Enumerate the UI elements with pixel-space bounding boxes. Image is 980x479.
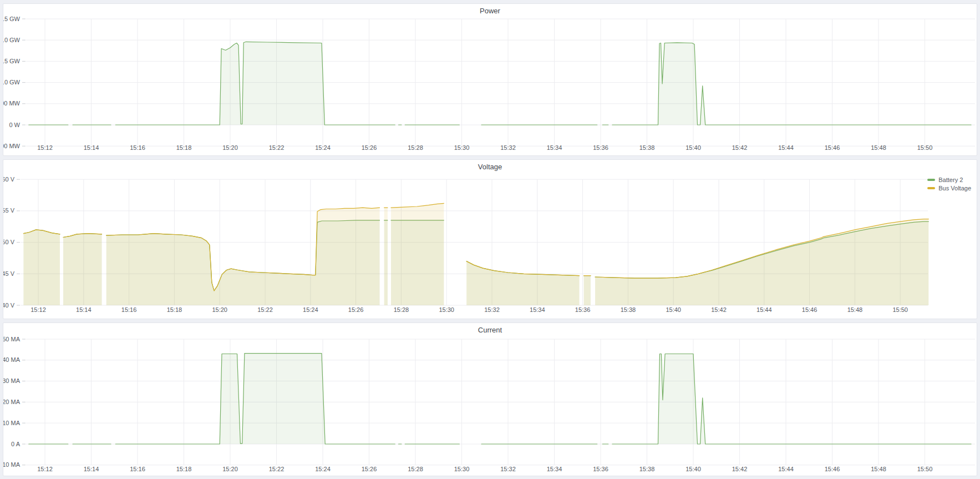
dashboard: Power 2.5 GW2.0 GW1.5 GW1.0 GW500 MW0 W-…	[0, 0, 980, 479]
y-axis-tick-label: 2.0 GW	[3, 37, 21, 43]
x-axis-tick-label: 15:18	[176, 144, 192, 151]
y-axis-tick-label: 30 MA	[3, 377, 21, 384]
axis-tick-labels: 2.5 GW2.0 GW1.5 GW1.0 GW500 MW0 W-500 MW…	[3, 16, 932, 152]
y-axis-tick-label: 0 A	[11, 441, 21, 447]
series-area	[29, 42, 971, 125]
x-axis-tick-label: 15:18	[176, 466, 192, 472]
current-chart-canvas[interactable]: 50 MA40 MA30 MA20 MA10 MA0 A-10 MA15:121…	[3, 323, 977, 476]
x-axis-tick-label: 15:14	[84, 144, 99, 151]
voltage-legend: Battery 2 Bus Voltage	[927, 177, 971, 191]
x-axis-tick-label: 15:50	[917, 144, 933, 151]
y-axis-tick-label: 40 V	[3, 302, 15, 309]
x-axis-tick-label: 15:28	[394, 306, 409, 313]
bus-voltage-series-fill	[63, 234, 102, 305]
x-axis-tick-label: 15:12	[37, 144, 53, 151]
x-axis-tick-label: 15:42	[732, 466, 748, 472]
x-axis-tick-label: 15:20	[222, 144, 238, 151]
bus-voltage-series-fill	[384, 208, 388, 305]
x-axis-tick-label: 15:32	[500, 466, 516, 472]
x-axis-tick-label: 15:24	[315, 466, 331, 472]
x-axis-tick-label: 15:14	[84, 466, 99, 472]
x-axis-tick-label: 15:38	[621, 306, 636, 313]
x-axis-tick-label: 15:24	[303, 306, 318, 313]
x-axis-tick-label: 15:24	[315, 144, 331, 151]
battery-2-series-swatch	[927, 179, 935, 181]
x-axis-tick-label: 15:26	[362, 144, 377, 151]
axis-tick-labels: 50 MA40 MA30 MA20 MA10 MA0 A-10 MA15:121…	[3, 336, 932, 473]
x-axis-tick-label: 15:26	[348, 306, 364, 313]
x-axis-tick-label: 15:34	[530, 306, 545, 313]
current-series-fill	[612, 354, 971, 445]
series-area	[23, 203, 928, 305]
bus-voltage-series-swatch	[927, 187, 935, 189]
x-axis-tick-label: 15:12	[31, 306, 46, 313]
x-axis-tick-label: 15:20	[212, 306, 227, 313]
x-axis-tick-label: 15:22	[269, 466, 285, 472]
x-axis-tick-label: 15:40	[686, 144, 701, 151]
x-axis-tick-label: 15:12	[37, 466, 53, 472]
x-axis-tick-label: 15:44	[778, 144, 794, 151]
bus-voltage-series-fill	[466, 261, 579, 305]
x-axis-tick-label: 15:32	[500, 144, 516, 151]
x-axis-tick-label: 15:30	[454, 466, 470, 472]
y-axis-tick-label: 2.5 GW	[3, 16, 21, 22]
x-axis-tick-label: 15:28	[408, 144, 423, 151]
x-axis-tick-label: 15:36	[593, 466, 608, 472]
x-axis-tick-label: 15:42	[732, 144, 748, 151]
legend-item-battery-2[interactable]: Battery 2	[927, 177, 971, 183]
current-series-fill	[115, 354, 395, 444]
y-axis-tick-label: 45 V	[3, 270, 15, 277]
y-axis-tick-label: 0 W	[9, 122, 20, 128]
x-axis-tick-label: 15:38	[639, 144, 655, 151]
y-axis-tick-label: 60 V	[3, 176, 15, 183]
x-axis-tick-label: 15:16	[130, 144, 145, 151]
x-axis-tick-label: 15:44	[756, 306, 772, 313]
bus-voltage-series-fill	[584, 276, 591, 305]
x-axis-tick-label: 15:20	[222, 466, 238, 472]
x-axis-tick-label: 15:40	[686, 466, 701, 472]
y-axis-tick-label: 20 MA	[3, 399, 21, 405]
x-axis-tick-label: 15:48	[871, 466, 886, 472]
x-axis-tick-label: 15:16	[130, 466, 145, 472]
series-area	[29, 354, 971, 444]
bus-voltage-series-fill	[391, 203, 444, 305]
x-axis-tick-label: 15:22	[257, 306, 273, 313]
x-axis-tick-label: 15:50	[892, 306, 908, 313]
power-series-fill	[612, 43, 971, 125]
x-axis-tick-label: 15:48	[847, 306, 863, 313]
voltage-chart-canvas[interactable]: 60 V55 V50 V45 V40 V15:1215:1415:1615:18…	[3, 160, 977, 319]
x-axis-tick-label: 15:34	[547, 466, 562, 472]
x-axis-tick-label: 15:42	[711, 306, 727, 313]
x-axis-tick-label: 15:32	[484, 306, 500, 313]
y-axis-tick-label: 1.0 GW	[3, 79, 21, 85]
power-series-fill	[115, 42, 395, 125]
y-axis-tick-label: 50 V	[3, 239, 15, 245]
power-chart-canvas[interactable]: 2.5 GW2.0 GW1.5 GW1.0 GW500 MW0 W-500 MW…	[3, 4, 977, 155]
x-axis-tick-label: 15:34	[547, 144, 562, 151]
x-axis-tick-label: 15:16	[121, 306, 137, 313]
x-axis-tick-label: 15:44	[778, 466, 794, 472]
x-axis-tick-label: 15:30	[439, 306, 454, 313]
x-axis-tick-label: 15:36	[593, 144, 608, 151]
bus-voltage-series-fill	[23, 230, 60, 305]
y-axis-tick-label: 500 MW	[3, 100, 21, 107]
legend-label-bus-voltage: Bus Voltage	[938, 185, 971, 191]
y-axis-tick-label: 40 MA	[3, 356, 21, 363]
x-axis-tick-label: 15:46	[825, 144, 840, 151]
y-axis-tick-label: 10 MA	[3, 420, 21, 426]
y-axis-tick-label: -10 MA	[3, 461, 21, 468]
x-axis-tick-label: 15:14	[76, 306, 92, 313]
x-axis-tick-label: 15:48	[871, 144, 886, 151]
y-axis-tick-label: 55 V	[3, 207, 15, 214]
x-axis-tick-label: 15:28	[408, 466, 423, 472]
gridlines	[22, 339, 975, 465]
x-axis-tick-label: 15:18	[167, 306, 182, 313]
bus-voltage-series-fill	[106, 208, 380, 305]
x-axis-tick-label: 15:26	[362, 466, 377, 472]
x-axis-tick-label: 15:36	[575, 306, 591, 313]
bus-voltage-series-fill	[595, 219, 928, 305]
legend-label-battery-2: Battery 2	[938, 177, 963, 183]
x-axis-tick-label: 15:40	[666, 306, 681, 313]
current-panel: Current 50 MA40 MA30 MA20 MA10 MA0 A-10 …	[3, 322, 977, 476]
legend-item-bus-voltage[interactable]: Bus Voltage	[927, 185, 971, 191]
